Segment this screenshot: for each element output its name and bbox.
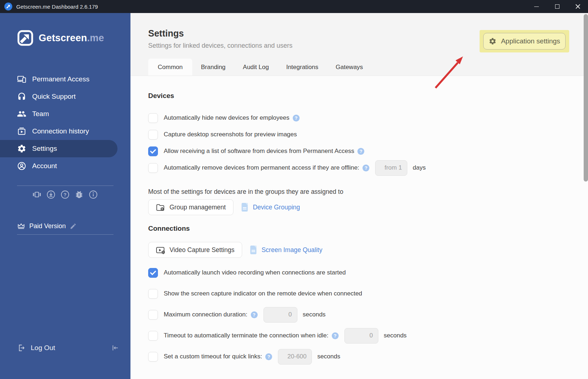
checkbox-auto-remove-offline[interactable] bbox=[148, 163, 158, 173]
highlight-annotation: Application settings bbox=[480, 30, 569, 52]
setting-row: Automatically launch video recording whe… bbox=[148, 262, 588, 283]
unit-label: seconds bbox=[303, 311, 326, 318]
setting-row: Allow receiving a list of software from … bbox=[148, 143, 588, 159]
application-settings-button[interactable]: Application settings bbox=[483, 33, 566, 50]
window-title: Getscreen.me Dashboard 2.6.179 bbox=[16, 4, 98, 10]
setting-label: Set a custom timeout for quick links: bbox=[164, 353, 262, 360]
device-grouping-label: Device Grouping bbox=[253, 204, 300, 211]
sessions-icon[interactable] bbox=[32, 190, 42, 199]
tab-integrations[interactable]: Integrations bbox=[278, 59, 327, 76]
info-icon[interactable] bbox=[89, 190, 98, 199]
checkbox-auto-video-recording[interactable] bbox=[148, 268, 158, 278]
tab-branding[interactable]: Branding bbox=[192, 59, 234, 76]
scrollbar-thumb[interactable] bbox=[584, 14, 588, 182]
help-icon[interactable]: ? bbox=[357, 148, 364, 155]
maximize-button[interactable] bbox=[547, 0, 567, 13]
help-icon[interactable]: ? bbox=[251, 311, 258, 318]
setting-row: Timeout to automatically terminate the c… bbox=[148, 325, 588, 346]
brand-logo[interactable]: Getscreen.me bbox=[17, 30, 104, 46]
tab-label: Common bbox=[158, 64, 183, 71]
close-button[interactable] bbox=[567, 0, 588, 13]
page-title: Settings bbox=[148, 28, 184, 39]
connections-actions: Video Capture Settings Screen Image Qual… bbox=[148, 242, 588, 258]
section-title-devices: Devices bbox=[148, 92, 588, 100]
max-duration-input[interactable] bbox=[263, 307, 297, 323]
checkbox-quick-links-timeout[interactable] bbox=[148, 352, 158, 362]
help-icon[interactable]: ? bbox=[293, 115, 300, 122]
help-icon[interactable]: ? bbox=[265, 353, 272, 360]
gear-icon bbox=[17, 144, 26, 153]
checkbox-hide-new-devices[interactable] bbox=[148, 113, 158, 123]
annotation-arrow bbox=[433, 54, 469, 90]
sidebar-nav: Permanent Access Quick Support Team Conn… bbox=[0, 71, 130, 175]
tab-label: Integrations bbox=[286, 64, 318, 71]
sidebar-item-permanent-access[interactable]: Permanent Access bbox=[0, 71, 117, 88]
gear-icon bbox=[489, 37, 497, 45]
download-icon[interactable] bbox=[46, 190, 56, 199]
sidebar-tools bbox=[32, 190, 98, 199]
tab-label: Gateways bbox=[336, 64, 363, 71]
sidebar: Getscreen.me Permanent Access Quick Supp… bbox=[0, 13, 130, 379]
sidebar-item-connection-history[interactable]: Connection history bbox=[0, 123, 117, 140]
checkbox-allow-software-list[interactable] bbox=[148, 146, 158, 156]
devices-note: Most of the settings for devices are in … bbox=[148, 188, 588, 196]
document-icon bbox=[241, 203, 249, 212]
tab-label: Audit Log bbox=[243, 64, 269, 71]
help-icon[interactable] bbox=[60, 190, 70, 199]
brand-logo-icon bbox=[17, 30, 34, 46]
screen-image-quality-label: Screen Image Quality bbox=[262, 246, 322, 254]
collapse-sidebar-icon[interactable] bbox=[111, 344, 120, 352]
checkbox-idle-timeout[interactable] bbox=[148, 331, 158, 341]
sidebar-divider bbox=[17, 234, 113, 235]
settings-content: Devices Automatically hide new devices f… bbox=[130, 76, 588, 379]
main-content: Settings Settings for linked devices, co… bbox=[130, 13, 588, 379]
settings-tabs: Common Branding Audit Log Integrations G… bbox=[148, 59, 372, 76]
tab-audit-log[interactable]: Audit Log bbox=[234, 59, 278, 76]
setting-label: Capture desktop screenshots for preview … bbox=[164, 131, 297, 138]
tab-common[interactable]: Common bbox=[148, 59, 192, 76]
setting-label: Allow receiving a list of software from … bbox=[164, 148, 354, 155]
minimize-button[interactable] bbox=[526, 0, 547, 13]
screen-image-quality-link[interactable]: Screen Image Quality bbox=[249, 245, 322, 255]
setting-label: Show the screen capture indicator on the… bbox=[164, 290, 362, 297]
sidebar-item-label: Connection history bbox=[32, 127, 89, 135]
setting-row: Maximum connection duration: ? seconds bbox=[148, 304, 588, 325]
sidebar-divider bbox=[17, 186, 113, 186]
bug-icon[interactable] bbox=[74, 190, 84, 199]
checkbox-capture-screenshots[interactable] bbox=[148, 130, 158, 140]
app-window: Getscreen.me Dashboard 2.6.179 Getscreen… bbox=[0, 0, 588, 379]
plan-label: Paid Version bbox=[29, 222, 66, 230]
offline-days-input[interactable] bbox=[375, 160, 407, 176]
crown-icon bbox=[17, 222, 25, 230]
idle-timeout-input[interactable] bbox=[344, 328, 378, 344]
checkbox-max-connection-duration[interactable] bbox=[148, 310, 158, 320]
connections-rows: Automatically launch video recording whe… bbox=[148, 262, 588, 367]
help-icon[interactable]: ? bbox=[362, 165, 369, 171]
device-grouping-link[interactable]: Device Grouping bbox=[241, 203, 300, 212]
sidebar-item-team[interactable]: Team bbox=[0, 105, 117, 123]
tab-gateways[interactable]: Gateways bbox=[327, 59, 372, 76]
minimize-icon bbox=[534, 7, 539, 7]
sidebar-item-account[interactable]: Account bbox=[0, 157, 117, 175]
logout-button[interactable]: Log Out bbox=[17, 344, 55, 352]
group-management-button[interactable]: Group management bbox=[148, 199, 233, 215]
logout-icon bbox=[17, 344, 26, 352]
devices-rows: Automatically hide new devices for emplo… bbox=[148, 110, 588, 176]
setting-row: Set a custom timeout for quick links: ? … bbox=[148, 346, 588, 367]
brand-name: Getscreen.me bbox=[39, 33, 104, 44]
checkbox-show-capture-indicator[interactable] bbox=[148, 289, 158, 299]
sidebar-item-label: Team bbox=[32, 110, 49, 118]
sidebar-item-quick-support[interactable]: Quick Support bbox=[0, 88, 117, 105]
setting-label: Automatically remove devices from perman… bbox=[164, 164, 359, 171]
account-icon bbox=[17, 161, 26, 171]
help-icon[interactable]: ? bbox=[332, 332, 339, 339]
group-management-label: Group management bbox=[169, 204, 226, 211]
quick-links-timeout-input[interactable] bbox=[278, 349, 312, 365]
logout-label: Log Out bbox=[31, 344, 55, 352]
sidebar-item-settings[interactable]: Settings bbox=[0, 140, 117, 157]
edit-icon[interactable] bbox=[70, 223, 77, 230]
team-icon bbox=[17, 109, 26, 119]
plan-badge[interactable]: Paid Version bbox=[17, 220, 77, 232]
folder-gear-icon bbox=[156, 203, 165, 212]
video-capture-settings-button[interactable]: Video Capture Settings bbox=[148, 242, 242, 258]
